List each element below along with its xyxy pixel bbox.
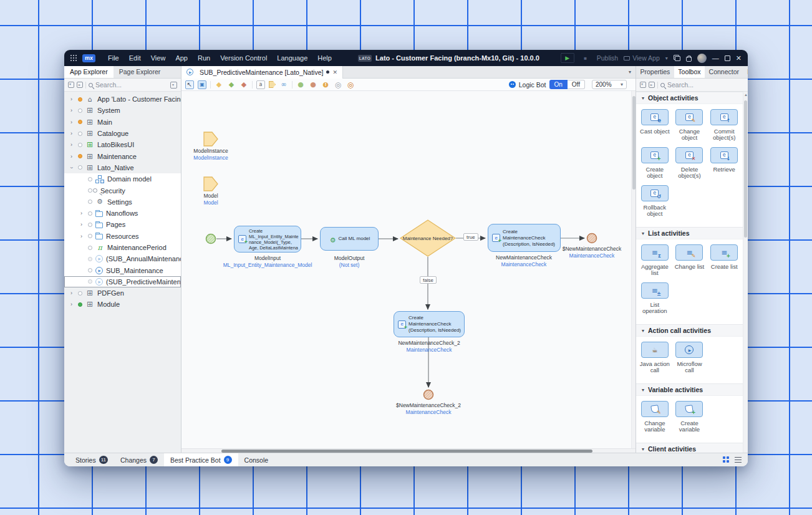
menu-edit[interactable]: Edit [124,50,146,66]
view-app-dropdown-icon[interactable]: ▾ [665,55,668,61]
tree-item-module[interactable]: ›Module [64,299,181,310]
canvas-vertical-scrollbar[interactable] [631,91,636,448]
toolbox-item-list-operation[interactable]: List operation [637,282,672,320]
decision-maintenance-needed[interactable]: Maintenance Needed? [400,220,455,256]
annotation-tool-icon[interactable] [256,80,265,89]
menu-file[interactable]: File [103,50,124,66]
marketplace-icon[interactable] [686,57,692,62]
tree-item-maintenanceperiod[interactable]: ›MaintenancePeriod [64,242,181,253]
tree-item-sub-maintenance[interactable]: ›SUB_Maintenance [64,264,181,276]
toolbox-item-commit-object[interactable]: Commit object(s) [707,109,742,147]
tree-item-sub-annualmaintenance[interactable]: ›(SUB_AnnualMaintenance) [64,253,181,264]
error-event-tool-icon[interactable] [321,80,330,89]
toolbox-vertical-scrollbar[interactable]: ▲ [743,92,748,453]
tree-item-main[interactable]: ›Main [64,117,181,128]
menu-help[interactable]: Help [312,50,337,66]
close-tab-icon[interactable]: ✕ [332,69,337,75]
continue-event-tool-icon[interactable] [334,80,342,89]
dock-tab-stories[interactable]: Stories11 [69,453,114,466]
menu-version-control[interactable]: Version Control [215,50,272,66]
tree-item-nanoflows[interactable]: ›Nanoflows [64,208,181,219]
run-button[interactable] [561,53,574,63]
expander-icon[interactable]: › [67,290,75,296]
tree-item-lato-native[interactable]: ›Lato_Native [64,162,181,173]
expander-icon[interactable]: › [67,301,75,307]
dock-tab-changes[interactable]: Changes7 [114,453,164,466]
toolbox-item-change-variable[interactable]: Change variable [637,401,672,439]
toolbox-item-aggregate-list[interactable]: Aggregate list [637,244,672,282]
collaboration-icon[interactable] [674,55,680,61]
apps-grid-icon[interactable] [70,55,77,61]
canvas-horizontal-scrollbar[interactable] [181,448,636,453]
toolbox-item-create-variable[interactable]: Create variable [672,401,707,439]
dock-tab-best-practice-bot[interactable]: Best Practice Bot9 [164,453,238,466]
toolbox-item-delete-object[interactable]: Delete object(s) [672,147,707,185]
microflow-canvas[interactable]: ModelInstance ModelInstance Model Model … [181,91,636,448]
expander-icon[interactable]: › [77,210,85,216]
toolbox-search-input[interactable] [667,81,744,89]
expander-icon[interactable]: › [67,142,75,148]
tree-item-latobikesui[interactable]: ›LatoBikesUI [64,139,181,150]
toolbox-item-change-object[interactable]: Change object [672,109,707,147]
select-tool-icon[interactable] [185,80,194,89]
toolbox-item-retrieve[interactable]: Retrieve [707,147,742,185]
stop-button[interactable] [580,53,591,63]
expander-icon[interactable]: › [77,233,85,239]
tab-app-explorer[interactable]: App Explorer [64,66,114,78]
end-event-tool-icon[interactable] [309,80,317,89]
tab-list-dropdown-icon[interactable]: ▾ [629,69,631,75]
activity-create-modelinput[interactable]: Create ML_Input_Entity_Mainte nance_Mode… [234,226,301,253]
expander-icon[interactable]: › [77,221,85,228]
toolbox-item-microflow-call[interactable]: Microflow call [672,342,707,380]
collapse-all-icon[interactable] [640,82,646,88]
tab-toolbox[interactable]: Toolbox [674,66,705,78]
section-list-activities[interactable]: ▾List activities [636,227,743,239]
menu-run[interactable]: Run [193,50,215,66]
menu-app[interactable]: App [170,50,193,66]
loop-tool-icon[interactable] [279,80,288,89]
toolbox-item-create-list[interactable]: Create list [707,244,742,282]
dock-tab-console[interactable]: Console [238,453,275,466]
tree-item-domain-model[interactable]: ›Domain model [64,173,181,185]
close-button[interactable]: ✕ [736,54,742,62]
expander-icon[interactable]: › [69,163,75,171]
break-event-tool-icon[interactable] [346,80,355,89]
zoom-level-select[interactable]: 200% ▾ [592,80,627,89]
tree-item-security[interactable]: ›Security [64,185,181,196]
toolbox-item-change-list[interactable]: Change list [672,244,707,282]
expander-icon[interactable]: › [67,153,75,160]
tree-item-pdfgen[interactable]: ›PDFGen [64,287,181,299]
tab-connector[interactable]: Connector [705,66,743,78]
expander-icon[interactable]: › [67,107,75,113]
scrollbar-thumb[interactable] [744,100,747,238]
menu-view[interactable]: View [146,50,171,66]
scroll-up-icon[interactable]: ▲ [744,93,748,97]
tree-item-catalogue[interactable]: ›Catalogue [64,128,181,139]
scrollbar-thumb[interactable] [221,450,592,453]
collapse-all-icon[interactable] [68,82,74,88]
list-view-icon[interactable] [735,457,742,463]
toolbox-item-cast-object[interactable]: Cast object [637,109,672,147]
expander-icon[interactable]: › [67,130,75,137]
expand-all-icon[interactable] [649,82,655,88]
merge-tool-icon[interactable] [227,80,236,89]
publish-button[interactable]: Publish [597,54,618,62]
activity-call-ml-model[interactable]: Call ML model [320,227,379,251]
view-app-button[interactable]: View App [624,54,660,62]
logic-bot-on-button[interactable]: On [549,80,568,89]
logic-bot-off-button[interactable]: Off [568,80,585,89]
tree-item-system[interactable]: ›System [64,105,181,116]
minimize-button[interactable]: — [712,54,719,62]
tree-item-pages[interactable]: ›Pages [64,219,181,230]
maximize-button[interactable] [725,55,730,61]
start-event-tool-icon[interactable] [296,80,305,89]
decision-tool-icon[interactable] [215,80,223,89]
tab-integration[interactable]: Integration [743,66,748,78]
tab-properties[interactable]: Properties [636,66,674,78]
tree-item-app[interactable]: ›App 'Lato - Customer Facing' [64,94,181,105]
activity-create-newmaintenancecheck-2[interactable]: Create MaintenanceCheck (Description, Is… [394,311,465,337]
locate-document-icon[interactable] [77,82,83,88]
section-variable-activities[interactable]: ▾Variable activities [636,383,743,396]
section-action-call-activities[interactable]: ▾Action call activities [636,324,743,337]
toolbox-item-create-object[interactable]: Create object [637,147,672,185]
